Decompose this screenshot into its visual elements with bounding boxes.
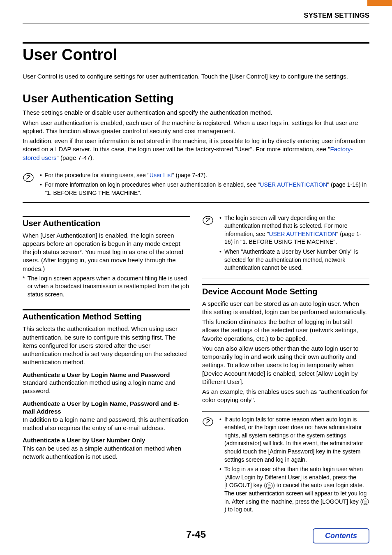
link-user-list[interactable]: User List: [150, 172, 172, 178]
body-text: In addition to a login name and password…: [23, 416, 190, 432]
body-text: This can be used as a simple authenticat…: [23, 444, 190, 461]
section-heading: User Authentication Setting: [23, 92, 369, 105]
intro-paragraph: User Control is used to configure settin…: [23, 72, 369, 81]
note-icon: [202, 416, 214, 516]
note-icon: [23, 171, 34, 199]
link-user-authentication[interactable]: USER AUTHENTICATION: [269, 231, 336, 237]
rule: [23, 309, 190, 310]
body-text: When user authentication is enabled, eac…: [23, 119, 369, 136]
body-text: When [User Authentication] is enabled, t…: [23, 231, 190, 273]
left-column: User Authentication When [User Authentic…: [23, 210, 190, 520]
note-box: The login screen will vary depending on …: [202, 214, 369, 278]
option-heading: Authenticate a User by Login Name, Passw…: [23, 400, 190, 416]
note-item: For more information on login procedures…: [40, 181, 369, 197]
body-text: These settings enable or disable user au…: [23, 109, 369, 117]
text-run: " (page 7-47).: [57, 154, 94, 161]
text-run: For the procedure for storing users, see…: [45, 172, 150, 178]
body-text: You can also allow users other than the …: [202, 345, 369, 386]
footnote: * The login screen appears when a docume…: [23, 275, 190, 299]
link-user-authentication[interactable]: USER AUTHENTICATION: [260, 181, 327, 188]
right-column: The login screen will vary depending on …: [202, 210, 369, 520]
note-list: If auto login fails for some reason when…: [219, 416, 369, 516]
text-run: " (page 7-47).: [172, 172, 207, 178]
header-title: SYSTEM SETTINGS: [23, 12, 369, 23]
note-list: The login screen will vary depending on …: [219, 214, 369, 274]
note-item: For the procedure for storing users, see…: [40, 171, 369, 180]
subsection-heading: Authentication Method Setting: [23, 312, 190, 321]
contents-button[interactable]: Contents: [313, 528, 369, 543]
note-icon: [202, 214, 214, 274]
option-heading: Authenticate a User by Login Name and Pa…: [23, 371, 190, 379]
text-run: For more information on login procedures…: [45, 181, 260, 188]
rule: [202, 284, 369, 285]
body-text: This function eliminates the bother of l…: [202, 318, 369, 343]
note-item: When "Authenticate a User by User Number…: [219, 248, 369, 272]
body-text: Standard authentication method using a l…: [23, 379, 190, 395]
note-box: For the procedure for storing users, see…: [23, 168, 369, 203]
text-run: ) to log out.: [224, 506, 253, 513]
logout-key-icon: [362, 498, 369, 505]
note-item: If auto login fails for some reason when…: [219, 416, 369, 464]
subsection-heading: User Authentication: [23, 219, 190, 228]
body-text: This selects the authentication method. …: [23, 325, 190, 366]
option-heading: Authenticate a User by User Number Only: [23, 436, 190, 444]
body-text: In addition, even if the user informatio…: [23, 137, 369, 162]
logout-key-icon: [266, 482, 273, 489]
page-title: User Control: [23, 42, 369, 68]
text-run: In addition, even if the user informatio…: [23, 137, 366, 153]
footnote-marker: *: [23, 275, 25, 299]
body-text: A specific user can be stored as an auto…: [202, 300, 369, 317]
note-item: The login screen will vary depending on …: [219, 214, 369, 246]
note-list: For the procedure for storing users, see…: [40, 171, 369, 199]
subsection-heading: Device Account Mode Setting: [202, 287, 369, 296]
footnote-text: The login screen appears when a document…: [28, 275, 190, 299]
note-item: To log in as a user other than the auto …: [219, 465, 369, 514]
rule: [23, 216, 190, 217]
body-text: As an example, this enables uses such as…: [202, 388, 369, 405]
page: SYSTEM SETTINGS User Control User Contro…: [0, 0, 392, 553]
note-box: If auto login fails for some reason when…: [202, 411, 369, 516]
